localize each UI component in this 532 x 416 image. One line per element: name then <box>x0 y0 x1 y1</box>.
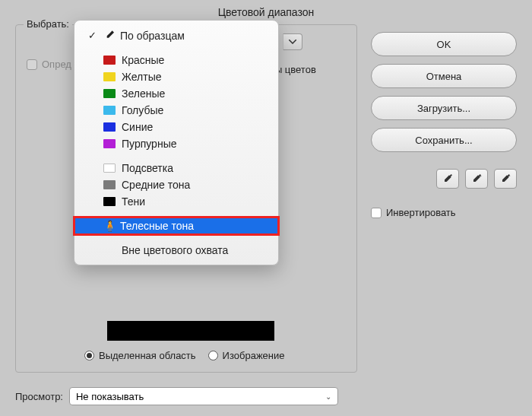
dropdown-item-label: Желтые <box>122 71 162 83</box>
dropdown-item-highlights[interactable]: Подсветка <box>74 160 278 176</box>
dropdown-item-label: Голубые <box>122 104 163 116</box>
dropdown-item-sampled[interactable]: ✓ По образцам <box>74 27 278 44</box>
selection-preview <box>107 321 274 341</box>
preview-label: Просмотр: <box>15 391 63 402</box>
swatch-blue <box>103 122 116 132</box>
eyedropper-minus-icon: − <box>499 173 511 185</box>
dropdown-item-label: Вне цветового охвата <box>122 244 228 256</box>
svg-text:+: + <box>479 173 482 178</box>
radio-image-input[interactable] <box>208 351 218 360</box>
dropdown-item-greens[interactable]: Зеленые <box>74 85 278 102</box>
swatch-highlight <box>103 164 116 173</box>
select-dropdown-menu: ✓ По образцам Красные Желтые Зеленые Гол… <box>74 20 279 265</box>
dropdown-item-label: Зеленые <box>122 87 165 100</box>
swatch-cyan <box>103 106 116 115</box>
radio-selection[interactable]: Выделенная область <box>84 350 196 361</box>
chevron-down-icon <box>289 40 296 44</box>
svg-text:−: − <box>508 173 511 178</box>
preview-select[interactable]: Не показывать ⌄ <box>69 387 338 405</box>
invert-label: Инвертировать <box>386 207 456 218</box>
eyedropper-plus-icon: + <box>470 173 483 185</box>
swatch-shadow <box>103 197 116 206</box>
ok-button[interactable]: OK <box>371 32 517 56</box>
chevron-down-icon: ⌄ <box>325 392 331 401</box>
eyedropper-icon <box>103 29 114 42</box>
detect-faces-label: Опред <box>42 59 71 70</box>
cancel-button[interactable]: Отмена <box>371 64 517 88</box>
dropdown-item-shadows[interactable]: Тени <box>74 193 278 210</box>
dropdown-item-label: По образцам <box>120 30 185 42</box>
dropdown-item-skin-tones[interactable]: 🧍 Телесные тона <box>74 218 278 234</box>
eyedropper-add-button[interactable]: + <box>465 169 488 189</box>
save-button[interactable]: Сохранить... <box>371 128 517 152</box>
eyedropper-subtract-button[interactable]: − <box>494 169 517 189</box>
eyedropper-icon <box>442 173 454 185</box>
radio-image-label: Изображение <box>223 350 285 361</box>
dropdown-item-label: Синие <box>122 121 153 133</box>
select-label: Выбрать: <box>24 18 72 30</box>
dropdown-item-out-of-gamut[interactable]: Вне цветового охвата <box>74 242 278 259</box>
dropdown-item-label: Телесные тона <box>120 220 194 232</box>
swatch-red <box>103 56 116 65</box>
eyedropper-button[interactable] <box>436 169 459 189</box>
select-dropdown-trigger[interactable] <box>283 33 302 50</box>
dropdown-item-magentas[interactable]: Пурпурные <box>74 135 278 152</box>
preview-select-value: Не показывать <box>76 391 144 402</box>
dropdown-item-label: Пурпурные <box>122 138 176 150</box>
dropdown-item-label: Красные <box>122 54 164 66</box>
radio-selection-label: Выделенная область <box>99 350 196 361</box>
radio-selection-input[interactable] <box>84 351 94 360</box>
swatch-magenta <box>103 139 116 148</box>
load-button[interactable]: Загрузить... <box>371 96 517 120</box>
dropdown-item-blues[interactable]: Синие <box>74 119 278 135</box>
dropdown-item-midtones[interactable]: Средние тона <box>74 176 278 193</box>
swatch-midtone <box>103 180 116 189</box>
detect-faces-checkbox <box>27 59 37 70</box>
swatch-green <box>103 89 116 98</box>
radio-image[interactable]: Изображение <box>208 350 285 361</box>
dropdown-item-yellows[interactable]: Желтые <box>74 68 278 85</box>
dropdown-item-cyans[interactable]: Голубые <box>74 102 278 119</box>
dropdown-item-label: Подсветка <box>122 162 173 174</box>
dropdown-item-reds[interactable]: Красные <box>74 52 278 68</box>
dropdown-item-label: Тени <box>122 195 145 208</box>
check-icon: ✓ <box>87 30 97 41</box>
dropdown-item-label: Средние тона <box>122 179 190 191</box>
swatch-yellow <box>103 72 116 81</box>
invert-checkbox[interactable] <box>371 208 382 218</box>
person-icon: 🧍 <box>103 220 114 232</box>
